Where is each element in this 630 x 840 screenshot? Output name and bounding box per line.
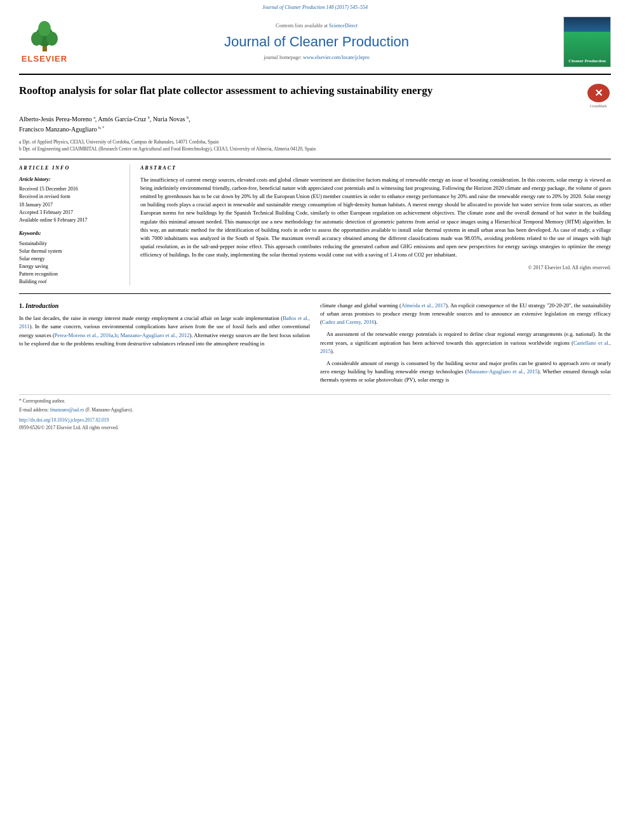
author-email-link[interactable]: fmanzano@ual.es — [50, 407, 84, 413]
section-divider — [19, 293, 611, 294]
author-manzano: Francisco Manzano-Agugliaro b, * — [19, 126, 104, 133]
ref-castellano[interactable]: Castellano et al., 2015 — [320, 340, 611, 354]
intro-right-para-1: climate change and global warming (Almei… — [320, 302, 611, 327]
article-history-label: Article history: — [19, 176, 122, 183]
abstract-paragraph: The insufficiency of current energy sour… — [140, 176, 611, 260]
intro-left-column: 1. Introduction In the last decades, the… — [19, 302, 310, 389]
ref-perea[interactable]: Perea-Moreno et al., 2016a,b — [55, 332, 117, 338]
author-perea: Alberto-Jesús Perea-Moreno a, — [19, 116, 98, 123]
journal-main-title: Journal of Cleaner Production — [70, 32, 563, 52]
revised-date: 18 January 2017 — [19, 201, 122, 208]
ref-banos[interactable]: Baños et al., 2011 — [19, 315, 310, 330]
page: Journal of Cleaner Production 148 (2017)… — [0, 0, 630, 840]
section1-name: Introduction — [25, 302, 58, 309]
keyword-5: Pattern recognition — [19, 270, 122, 278]
ref-almeida[interactable]: Almeida et al., 2017 — [401, 302, 446, 309]
footer-issn-line: 0959-6526/© 2017 Elsevier Ltd. All right… — [19, 425, 611, 432]
keyword-1: Sustainability — [19, 240, 122, 248]
keyword-4: Energy saving — [19, 263, 122, 270]
journal-cover-text: Cleaner Production — [568, 58, 606, 64]
top-journal-line: Journal of Cleaner Production 148 (2017)… — [19, 0, 611, 14]
keyword-6: Building roof — [19, 278, 122, 286]
intro-body-text-left: In the last decades, the raise in energy… — [19, 314, 310, 348]
article-info-column: ARTICLE INFO Article history: Received 1… — [19, 164, 130, 286]
paper-content: Rooftop analysis for solar flat plate co… — [0, 84, 630, 389]
keyword-2: Solar thermal system — [19, 248, 122, 255]
elsevier-tree-icon — [27, 18, 62, 53]
crossmark-badge[interactable]: ✕ CrossMark — [586, 84, 611, 109]
footer-doi-line: http://dx.doi.org/10.1016/j.jclepro.2017… — [19, 416, 611, 425]
abstract-column: ABSTRACT The insufficiency of current en… — [140, 164, 611, 286]
ref-manzano2[interactable]: Manzano-Agugliaro et al., 2015 — [467, 368, 537, 375]
contents-available-line: Contents lists available at ScienceDirec… — [70, 22, 563, 30]
journal-homepage-line: journal homepage: www.elsevier.com/locat… — [70, 54, 563, 62]
contents-text: Contents lists available at — [276, 23, 328, 29]
keywords-label: Keywords: — [19, 230, 122, 237]
author-garcia: Amós García-Cruz b, — [98, 116, 152, 123]
copyright-line: © 2017 Elsevier Ltd. All rights reserved… — [140, 264, 611, 272]
email-label: E-mail address: — [19, 407, 49, 413]
author-novas: Nuria Novas b, — [153, 116, 191, 123]
doi-link[interactable]: http://dx.doi.org/10.1016/j.jclepro.2017… — [19, 417, 109, 423]
header-content: ELSEVIER Contents lists available at Sci… — [19, 14, 611, 70]
email-note: E-mail address: fmanzano@ual.es (F. Manz… — [19, 407, 611, 414]
available-date: Available online 6 February 2017 — [19, 217, 122, 223]
section1-title: 1. Introduction — [19, 302, 310, 311]
ref-manzano1[interactable]: Manzano-Agugliaro et al., 2012 — [120, 332, 189, 338]
intro-right-para-2: An assessment of the renewable energy po… — [320, 330, 611, 356]
journal-header: Journal of Cleaner Production 148 (2017)… — [19, 0, 611, 75]
received-date: Received 15 December 2016 — [19, 185, 122, 192]
accepted-date: Accepted 3 February 2017 — [19, 209, 122, 216]
corresponding-author-note: * Corresponding author. — [19, 398, 611, 405]
corresponding-label: * Corresponding author. — [19, 398, 65, 404]
keyword-3: Solar energy — [19, 255, 122, 263]
crossmark-text: CrossMark — [590, 103, 607, 109]
elsevier-logo: ELSEVIER — [19, 18, 70, 65]
introduction-section: 1. Introduction In the last decades, the… — [19, 302, 611, 389]
keywords-section: Keywords: Sustainability Solar thermal s… — [19, 230, 122, 286]
affiliation-b: b Dpt. of Engineering and CIAIMBITAL (Re… — [19, 145, 611, 152]
elsevier-brand-text: ELSEVIER — [22, 53, 67, 65]
homepage-url[interactable]: www.elsevier.com/locate/jclepro — [303, 55, 370, 60]
paper-title-section: Rooftop analysis for solar flat plate co… — [19, 84, 611, 109]
affiliation-a: a Dpt. of Applied Physics, CEIA3, Univer… — [19, 138, 611, 145]
intro-para-1: In the last decades, the raise in energy… — [19, 314, 310, 348]
intro-body-text-right: climate change and global warming (Almei… — [320, 302, 611, 385]
section1-num: 1. — [19, 302, 24, 309]
abstract-header: ABSTRACT — [140, 164, 611, 172]
paper-title: Rooftop analysis for solar flat plate co… — [19, 84, 586, 98]
article-info-header: ARTICLE INFO — [19, 164, 122, 172]
intro-right-para-3: A considerable amount of energy is consu… — [320, 359, 611, 385]
abstract-text: The insufficiency of current energy sour… — [140, 176, 611, 260]
page-footer: * Corresponding author. E-mail address: … — [19, 394, 611, 431]
sciencedirect-link[interactable]: ScienceDirect — [329, 23, 358, 29]
journal-cover-image: Cleaner Production — [563, 17, 611, 67]
crossmark-icon: ✕ — [587, 84, 610, 102]
journal-title-block: Contents lists available at ScienceDirec… — [70, 22, 563, 61]
ref-cadez[interactable]: Cadez and Czemy, 2016 — [322, 319, 375, 325]
article-body-two-col: ARTICLE INFO Article history: Received 1… — [19, 159, 611, 286]
affiliations: a Dpt. of Applied Physics, CEIA3, Univer… — [19, 138, 611, 153]
svg-point-4 — [38, 21, 51, 36]
revised-label: Received in revised form — [19, 193, 122, 200]
journal-citation: Journal of Cleaner Production 148 (2017)… — [262, 4, 368, 10]
intro-right-column: climate change and global warming (Almei… — [320, 302, 611, 389]
email-person: (F. Manzano-Agugliaro). — [85, 407, 133, 413]
authors-line: Alberto-Jesús Perea-Moreno a, Amós Garcí… — [19, 114, 611, 135]
homepage-label: journal homepage: — [264, 55, 302, 60]
